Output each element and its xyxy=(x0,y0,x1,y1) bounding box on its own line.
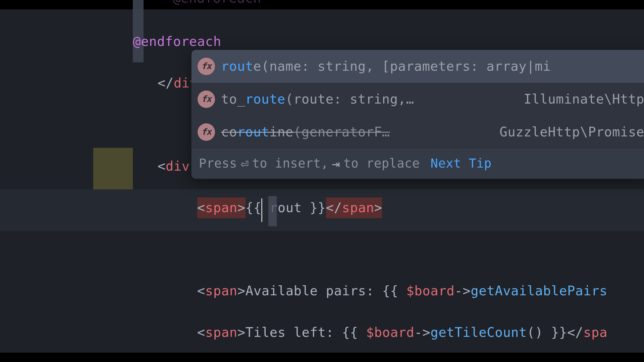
code-line[interactable]: @endforeach xyxy=(0,0,644,21)
autocomplete-footer: Press ⏎ to insert, ⇥ to replace Next Tip xyxy=(192,148,644,179)
code-line[interactable]: <span>Tiles left: {{ $board->getTileCoun… xyxy=(0,312,644,353)
tab-key-icon: ⇥ xyxy=(332,153,340,174)
function-icon: fx xyxy=(198,90,215,108)
enter-key-icon: ⏎ xyxy=(240,153,249,174)
footer-text: to insert, xyxy=(252,154,328,173)
footer-text: to replace xyxy=(343,154,420,173)
autocomplete-item-to-route[interactable]: fx to_route(route: string,… Illuminate\H… xyxy=(192,83,644,116)
span-tiles-left: <span>Tiles left: {{ $board->getTileCoun… xyxy=(133,301,607,362)
next-tip-link[interactable]: Next Tip xyxy=(431,154,492,173)
text-cursor xyxy=(261,198,262,222)
autocomplete-item-route[interactable]: fx route(name: string, [parameters: arra… xyxy=(192,50,644,83)
autocomplete-label: route(name: string, [parameters: array|m… xyxy=(221,56,551,77)
code-editor[interactable]: @endforeach @endforeach </div> <div clas… xyxy=(0,0,644,362)
blade-directive: @endforeach xyxy=(133,31,221,52)
autocomplete-popup[interactable]: fx route(name: string, [parameters: arra… xyxy=(191,50,644,179)
function-icon: fx xyxy=(198,123,215,141)
selection-after-cursor xyxy=(268,196,277,226)
footer-text: Press xyxy=(199,154,237,173)
autocomplete-hint: GuzzleHttp\Promise xyxy=(499,122,644,142)
blade-directive: @endforeach xyxy=(173,0,261,9)
autocomplete-hint: Illuminate\Http xyxy=(524,89,644,110)
function-icon: fx xyxy=(198,58,215,75)
autocomplete-label: coroutine(generatorF… xyxy=(221,122,390,142)
autocomplete-label: to_route(route: string,… xyxy=(221,89,414,110)
code-line-active[interactable]: <span>{{ rout }}</span> xyxy=(0,187,644,229)
autocomplete-item-coroutine[interactable]: fx coroutine(generatorF… GuzzleHttp\Prom… xyxy=(192,116,644,148)
